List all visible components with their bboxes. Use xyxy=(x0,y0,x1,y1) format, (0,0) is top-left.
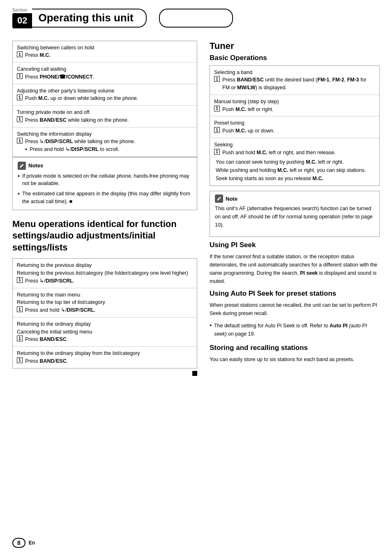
row-title: Turning private mode on and off. xyxy=(17,109,193,116)
step-line: 1 Press BAND/ESC while talking on the ph… xyxy=(17,116,193,124)
row-title: Seeking xyxy=(214,141,375,149)
step-text: Push and hold M.C. left or right, and th… xyxy=(222,149,336,157)
step-line: 1 Press BAND/ESC. xyxy=(17,357,193,365)
right-column: Tuner Basic Operations Selecting a band … xyxy=(210,41,380,377)
menu-ops-title: Menu operations identical for function s… xyxy=(12,218,197,254)
step-text: Press BAND/ESC. xyxy=(25,357,68,365)
tuner-note-box: Note This unit's AF (alternative frequen… xyxy=(210,191,380,237)
pi-seek-title: Using PI Seek xyxy=(210,241,380,249)
step-number: 1 xyxy=(17,73,23,79)
sub-bullet-item: • Press and hold ↳/DISP/SCRL to scroll. xyxy=(25,146,193,154)
notes-header: Notes xyxy=(18,162,192,170)
section-label: Section xyxy=(12,8,28,12)
table-row: Returning to the ordinary display Cancel… xyxy=(13,317,197,347)
header-right-pill xyxy=(159,9,233,28)
step-line: 1 Press M.C. xyxy=(17,51,193,59)
row-title: Canceling call waiting xyxy=(17,65,193,73)
pencil-icon xyxy=(18,162,26,170)
step-text: Press and hold ↳/DISP/SCRL. xyxy=(25,306,96,314)
storing-text: You can easily store up to six stations … xyxy=(210,355,380,364)
notes-box: Notes • If private mode is selected on t… xyxy=(12,157,197,210)
table-row: Seeking 1 Push and hold M.C. left or rig… xyxy=(210,138,379,186)
step-text: Push M.C. up or down while talking on th… xyxy=(25,95,138,102)
bullet-text: Press and hold ↳/DISP/SCRL to scroll. xyxy=(30,146,119,153)
bullet-icon: • xyxy=(210,322,212,330)
section-number: 02 xyxy=(12,13,32,28)
step-number: 1 xyxy=(17,138,23,144)
row-title: Selecting a band xyxy=(214,69,375,76)
step-number: 1 xyxy=(17,336,23,341)
note-title: Note xyxy=(226,196,238,202)
row-title: Returning to the ordinary display from t… xyxy=(17,350,193,357)
step-line: 1 Push M.C. left or right. xyxy=(214,106,375,114)
sub-bullet: • Press and hold ↳/DISP/SCRL to scroll. xyxy=(17,146,193,154)
notes-list: • If private mode is selected on the cel… xyxy=(18,172,192,206)
row-title: Returning to the main menu xyxy=(17,291,193,299)
auto-pi-bullet-text: The default setting for Auto PI Seek is … xyxy=(214,322,380,338)
bullet-icon: • xyxy=(18,172,20,181)
step-number: 1 xyxy=(17,51,23,57)
page-number: 8 xyxy=(12,538,25,548)
footer: 8 En xyxy=(12,538,35,548)
row-title: Preset tuning xyxy=(214,119,375,127)
step-number: 1 xyxy=(214,149,220,155)
note-text: If private mode is selected on the cellu… xyxy=(22,172,192,188)
note-text: The estimated call time appears in the d… xyxy=(22,190,192,206)
table-row: Manual tuning (step by step) 1 Push M.C.… xyxy=(210,95,379,117)
row-title: Returning to the ordinary display xyxy=(17,320,193,328)
auto-pi-bullet: • The default setting for Auto PI Seek i… xyxy=(210,322,380,338)
left-column: Switching between callers on hold 1 Pres… xyxy=(12,41,197,377)
auto-pi-title: Using Auto PI Seek for preset stations xyxy=(210,290,380,298)
page-title: Operating this unit xyxy=(32,9,146,28)
notes-title: Notes xyxy=(28,162,43,169)
step-number: 1 xyxy=(214,76,220,82)
note-header: Note xyxy=(215,195,374,203)
step-text: Press PHONE/☎/CONNECT. xyxy=(25,73,94,81)
row-title: Switching the information display xyxy=(17,130,193,138)
table-row: Selecting a band 1 Press BAND/ESC until … xyxy=(210,66,379,95)
step-number: 1 xyxy=(17,116,23,122)
table-row: Returning to the previous display Return… xyxy=(13,259,197,288)
note-text: This unit's AF (alternative frequencies … xyxy=(215,204,374,229)
list-item: • If private mode is selected on the cel… xyxy=(18,172,192,188)
table-row: Canceling call waiting 1 Press PHONE/☎/C… xyxy=(13,63,197,84)
table-row: Returning to the ordinary display from t… xyxy=(13,347,197,368)
page: Section 02 Operating this unit Switching… xyxy=(0,0,392,556)
storing-title: Storing and recalling stations xyxy=(210,344,380,352)
table-row: Adjusting the other party's listening vo… xyxy=(13,84,197,106)
step-text: Press BAND/ESC while talking on the phon… xyxy=(25,116,129,124)
step-number: 1 xyxy=(17,357,23,363)
auto-pi-text1: When preset stations cannot be recalled,… xyxy=(210,301,380,317)
step-text: Press BAND/ESC. xyxy=(25,336,68,343)
step-text: Press ↳/DISP/SCRL. xyxy=(25,277,74,285)
row-subtitle: Returning to the previous list/category … xyxy=(17,269,193,277)
step-number: 1 xyxy=(214,127,220,133)
step-line: 1 Press ↳/DISP/SCRL while talking on the… xyxy=(17,138,193,146)
row-title: Manual tuning (step by step) xyxy=(214,98,375,106)
step-text: Press BAND/ESC until the desired band (F… xyxy=(222,76,375,92)
bullet-icon: • xyxy=(18,190,20,198)
footer-language: En xyxy=(29,540,35,546)
step-text: Push M.C. up or down. xyxy=(222,127,274,135)
tuner-title: Tuner xyxy=(210,41,380,51)
pencil-icon xyxy=(215,195,223,203)
step-line: 1 Push and hold M.C. left or right, and … xyxy=(214,149,375,157)
step-number: 1 xyxy=(17,306,23,312)
row-title: Switching between callers on hold xyxy=(17,44,193,52)
step-text: Press ↳/DISP/SCRL while talking on the p… xyxy=(25,138,135,146)
step-line: 1 Press PHONE/☎/CONNECT. xyxy=(17,73,193,81)
row-title: Adjusting the other party's listening vo… xyxy=(17,87,193,95)
table-row: Turning private mode on and off. 1 Press… xyxy=(13,106,197,127)
step-line: 1 Press BAND/ESC until the desired band … xyxy=(214,76,375,92)
step-number: 1 xyxy=(17,277,23,283)
step-line: 1 Press ↳/DISP/SCRL. xyxy=(17,277,193,285)
basic-ops-title: Basic Operations xyxy=(210,54,380,62)
step-line: 1 Push M.C. up or down. xyxy=(214,127,375,135)
row-title: Returning to the previous display xyxy=(17,262,193,269)
extra-info: You can cancel seek tuning by pushing M.… xyxy=(214,158,375,183)
pi-seek-text: If the tuner cannot find a suitable stat… xyxy=(210,253,380,285)
row-subtitle: Returning to the top tier of list/catego… xyxy=(17,299,193,306)
step-line: 1 Press and hold ↳/DISP/SCRL. xyxy=(17,306,193,314)
row-subtitle: Canceling the initial setting menu xyxy=(17,328,193,336)
page-header: Section 02 Operating this unit xyxy=(12,8,380,28)
